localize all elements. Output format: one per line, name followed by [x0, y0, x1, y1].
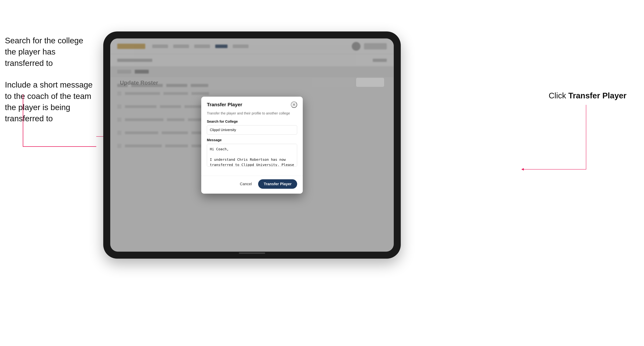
- tablet-home-indicator: [239, 252, 265, 254]
- tablet-device: Update Roster Transfer Player × Transfer…: [103, 31, 401, 259]
- message-group: Message Hi Coach, I understand Chris Rob…: [207, 138, 297, 167]
- modal-close-button[interactable]: ×: [291, 102, 297, 108]
- modal-backdrop: Transfer Player × Transfer the player an…: [110, 38, 394, 252]
- message-label: Message: [207, 138, 297, 142]
- bg-page-title-area: Update Roster: [120, 79, 158, 86]
- modal-body: Transfer the player and their profile to…: [201, 111, 303, 176]
- bg-action-buttons: [312, 78, 384, 87]
- annotation-right: Click Transfer Player: [548, 91, 626, 100]
- bg-add-remove-btn: [312, 78, 354, 87]
- transfer-player-modal: Transfer Player × Transfer the player an…: [201, 97, 303, 194]
- bg-update-roster-label: Update Roster: [120, 79, 158, 86]
- tablet-screen: Update Roster Transfer Player × Transfer…: [110, 38, 394, 252]
- search-college-group: Search for College: [207, 120, 297, 135]
- search-college-input[interactable]: [207, 125, 297, 135]
- search-college-label: Search for College: [207, 120, 297, 124]
- modal-subtitle: Transfer the player and their profile to…: [207, 111, 297, 115]
- bg-edit-roster-btn: [356, 78, 384, 87]
- right-arrow-horizontal: [522, 169, 586, 170]
- annotation-click-text: Click: [548, 91, 568, 100]
- cancel-button[interactable]: Cancel: [236, 180, 255, 188]
- message-textarea[interactable]: Hi Coach, I understand Chris Robertson h…: [207, 144, 297, 167]
- modal-header: Transfer Player ×: [201, 97, 303, 111]
- annotation-search-text: Search for the college the player has tr…: [5, 35, 96, 69]
- right-arrow-vertical: [586, 105, 586, 170]
- transfer-player-button[interactable]: Transfer Player: [258, 179, 297, 189]
- modal-title: Transfer Player: [207, 102, 242, 107]
- modal-footer: Cancel Transfer Player: [201, 176, 303, 194]
- annotation-transfer-bold: Transfer Player: [568, 91, 626, 100]
- left-bracket: [23, 94, 96, 147]
